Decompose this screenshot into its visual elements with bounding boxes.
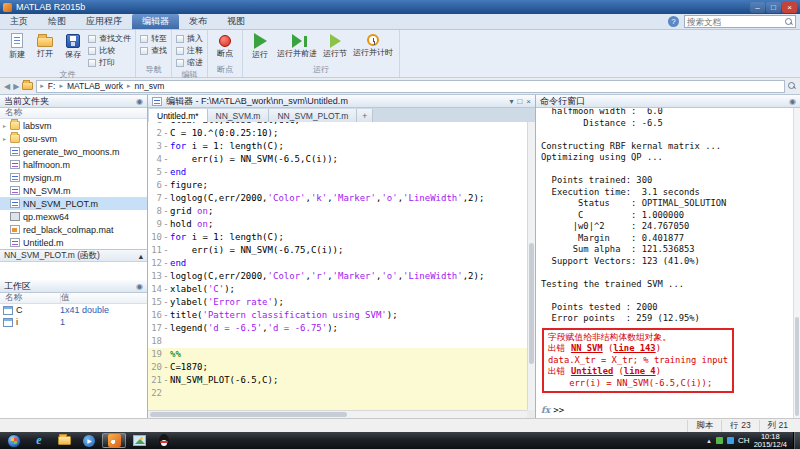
code-line[interactable]: 4- err(i) = NN_SVM(-6.5,C(i)); — [148, 153, 535, 166]
ie-icon[interactable] — [27, 433, 51, 448]
code-line[interactable]: 6-figure; — [148, 179, 535, 192]
ribbon-button[interactable]: 保存 — [60, 31, 86, 60]
breakpoint-alley[interactable]: - — [162, 361, 170, 374]
ribbon-tab-应用程序[interactable]: 应用程序 — [76, 14, 132, 29]
command-window-body[interactable]: halfmoon width : 6.0 Distance : -6.5 Con… — [536, 108, 800, 418]
panel-menu-icon[interactable]: ◉ — [136, 282, 143, 291]
file-item[interactable]: NN_SVM.m — [0, 184, 147, 197]
scrollbar-thumb[interactable] — [795, 317, 799, 416]
breakpoint-alley[interactable]: - — [162, 166, 170, 179]
breakpoint-alley[interactable]: - — [162, 205, 170, 218]
command-prompt-row[interactable]: fx >> — [541, 404, 790, 416]
breakpoint-alley[interactable]: - — [162, 192, 170, 205]
code-line[interactable]: 2-C = 10.^(0:0.25:10); — [148, 127, 535, 140]
tray-overflow-icon[interactable]: ▲ — [706, 438, 712, 444]
workspace-variable-row[interactable]: C1x41 double — [0, 304, 147, 316]
file-name-column-header[interactable]: 名称 — [0, 108, 147, 119]
minimize-button[interactable]: – — [750, 2, 765, 13]
file-item[interactable]: ▸osu-svm — [0, 132, 147, 145]
breakpoint-alley[interactable]: - — [162, 283, 170, 296]
error-link[interactable]: NN_SVM — [571, 343, 603, 353]
code-line[interactable]: 20-C=1870; — [148, 361, 535, 374]
ribbon-button[interactable]: 运行节 — [321, 31, 349, 59]
ribbon-button[interactable]: 运行并计时 — [351, 31, 395, 58]
command-window-scrollbar[interactable] — [793, 108, 800, 418]
code-line[interactable]: 7-loglog(C,err/2000,'Color','k','Marker'… — [148, 192, 535, 205]
ribbon-small-button[interactable]: 比较 — [88, 45, 131, 56]
file-item[interactable]: qp.mexw64 — [0, 210, 147, 223]
file-detail-bar[interactable]: NN_SVM_PLOT.m (函数) ▴ — [0, 249, 147, 262]
forward-icon[interactable]: ▶ — [13, 82, 19, 91]
ribbon-tab-绘图[interactable]: 绘图 — [38, 14, 76, 29]
scrollbar-thumb[interactable] — [529, 243, 534, 364]
code-line[interactable]: 16-title('Pattern classification using S… — [148, 309, 535, 322]
workspace-column-headers[interactable]: 名称 值 — [0, 293, 147, 304]
breakpoint-alley[interactable]: - — [162, 257, 170, 270]
editor-tab[interactable]: Untitled.m* — [149, 109, 208, 122]
address-search-icon[interactable] — [788, 82, 796, 90]
error-link[interactable]: Untitled — [571, 366, 613, 376]
breakpoint-alley[interactable]: - — [162, 140, 170, 153]
code-line[interactable]: 12-end — [148, 257, 535, 270]
code-line[interactable]: 19%% — [148, 348, 535, 361]
ribbon-button[interactable]: 打开 — [32, 31, 58, 59]
editor-horizontal-scrollbar[interactable] — [148, 410, 527, 418]
file-item[interactable]: red_black_colmap.mat — [0, 223, 147, 236]
ribbon-small-button[interactable]: 查找 — [140, 45, 167, 56]
breakpoint-alley[interactable]: - — [162, 296, 170, 309]
ribbon-tab-主页[interactable]: 主页 — [0, 14, 38, 29]
breadcrumb-segment[interactable]: F: — [46, 81, 58, 91]
file-item[interactable]: NN_SVM_PLOT.m — [0, 197, 147, 210]
breakpoint-alley[interactable]: - — [162, 270, 170, 283]
code-line[interactable]: 3-for i = 1: length(C); — [148, 140, 535, 153]
code-line[interactable]: 18 — [148, 335, 535, 348]
search-icon[interactable] — [785, 18, 793, 26]
expand-icon[interactable]: ▸ — [3, 122, 10, 129]
panel-menu-icon[interactable]: ◉ — [789, 97, 796, 106]
ribbon-tab-发布[interactable]: 发布 — [179, 14, 217, 29]
breakpoint-alley[interactable]: - — [162, 231, 170, 244]
photo-viewer-icon[interactable] — [127, 433, 151, 448]
editor-tab[interactable]: NN_SVM_PLOT.m — [269, 109, 357, 122]
code-line[interactable]: 17-legend('d = -6.5','d = -6.75'); — [148, 322, 535, 335]
doc-search-input[interactable] — [687, 17, 785, 27]
show-desktop-button[interactable] — [793, 432, 800, 449]
ribbon-tab-编辑器[interactable]: 编辑器 — [132, 14, 179, 29]
expand-icon[interactable]: ▸ — [3, 135, 10, 142]
code-line[interactable]: 15-ylabel('Error rate'); — [148, 296, 535, 309]
code-line[interactable]: 10-for i = 1: length(C); — [148, 231, 535, 244]
breakpoint-alley[interactable] — [162, 387, 170, 400]
ribbon-button[interactable]: 断点 — [212, 31, 238, 59]
code-line[interactable]: 14-xlabel('C'); — [148, 283, 535, 296]
breakpoint-alley[interactable] — [162, 335, 170, 348]
matlab-icon[interactable] — [102, 433, 126, 448]
code-line[interactable]: 8-grid on; — [148, 205, 535, 218]
ribbon-button[interactable]: 运行并前进 — [275, 31, 319, 59]
code-line[interactable]: 11- err(i) = NN_SVM(-6.75,C(i)); — [148, 244, 535, 257]
code-line[interactable]: 9-hold on; — [148, 218, 535, 231]
code-area[interactable]: 1clear all;close all;clc;2-C = 10.^(0:0.… — [148, 122, 535, 418]
start-button[interactable] — [2, 433, 26, 448]
editor-vertical-scrollbar[interactable] — [527, 122, 535, 410]
explorer-icon[interactable] — [52, 433, 76, 448]
breakpoint-alley[interactable]: - — [162, 127, 170, 140]
breakpoint-alley[interactable]: - — [162, 322, 170, 335]
ribbon-button[interactable]: 运行 — [247, 31, 273, 60]
back-icon[interactable]: ◀ — [4, 82, 10, 91]
file-item[interactable]: generate_two_moons.m — [0, 145, 147, 158]
code-line[interactable]: 5-end — [148, 166, 535, 179]
breadcrumb-segment[interactable]: nn_svm — [132, 81, 166, 91]
file-item[interactable]: ▸labsvm — [0, 119, 147, 132]
close-button[interactable]: × — [782, 2, 797, 13]
breakpoint-alley[interactable]: - — [162, 374, 170, 387]
editor-tab[interactable]: NN_SVM.m — [208, 109, 270, 122]
qq-icon[interactable] — [152, 433, 176, 448]
breakpoint-alley[interactable]: - — [162, 153, 170, 166]
panel-menu-icon[interactable]: ◉ — [136, 97, 143, 106]
breadcrumb-segment[interactable]: MATLAB_work — [65, 81, 125, 91]
breakpoint-alley[interactable]: - — [162, 244, 170, 257]
breadcrumb[interactable]: ▸F:▸MATLAB_work▸nn_svm — [36, 80, 785, 93]
tray-network-icon[interactable] — [727, 437, 734, 444]
browse-folder-icon[interactable] — [22, 82, 33, 90]
fx-icon[interactable]: fx — [541, 405, 550, 415]
